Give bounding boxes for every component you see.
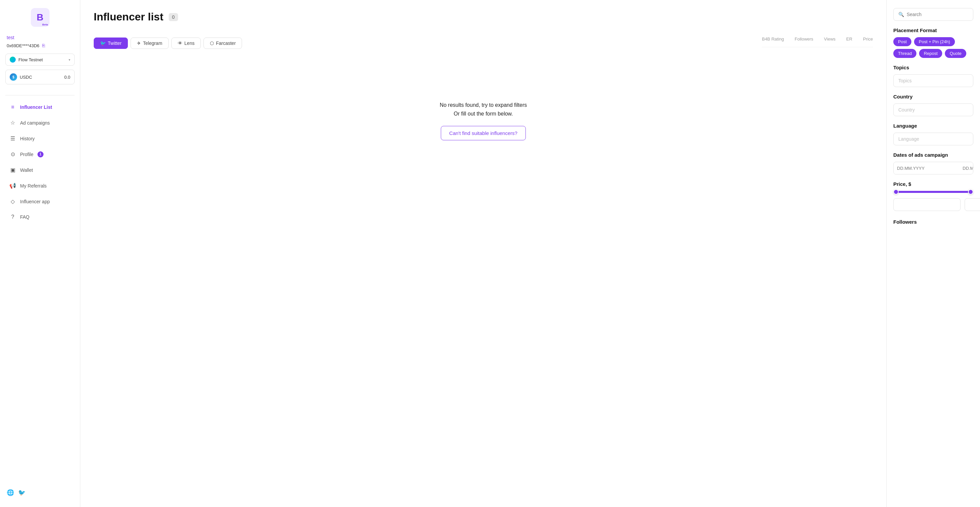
twitter-tab-label: Twitter [108, 40, 121, 46]
chevron-down-icon: ▾ [68, 58, 70, 62]
lens-tab-icon: 👁 [178, 40, 182, 46]
format-btn-post[interactable]: Post [893, 37, 912, 46]
sidebar-item-ad-campaigns[interactable]: ☆ Ad campaigns [5, 116, 75, 129]
format-btn-post-pin[interactable]: Post + Pin (24h) [914, 37, 955, 46]
influencer-list-icon: ≡ [10, 104, 16, 110]
sidebar-item-profile[interactable]: ⊙ Profile 1 [5, 148, 75, 161]
dates-section: Dates of ads campaign 📅 [893, 152, 973, 174]
search-input[interactable] [907, 12, 968, 17]
referrals-icon: 📢 [10, 182, 16, 189]
empty-state: No results found, try to expand filters … [94, 61, 873, 180]
sidebar-bottom: 🌐 🐦 [5, 486, 75, 499]
sidebar-item-label: Ad campaigns [20, 120, 50, 126]
col-price: Price [863, 37, 873, 41]
price-slider-min-thumb[interactable] [893, 189, 899, 195]
usdc-balance: $ USDC 0.0 [5, 70, 75, 84]
topics-title: Topics [893, 65, 973, 70]
format-btn-thread[interactable]: Thread [893, 49, 916, 58]
sidebar-item-history[interactable]: ☰ History [5, 132, 75, 145]
sidebar-item-label: Profile [20, 152, 33, 157]
sidebar-item-faq[interactable]: ? FAQ [5, 210, 75, 223]
date-start-input[interactable] [894, 163, 956, 174]
twitter-tab-icon: 🐦 [100, 40, 106, 46]
logo: B Beta [31, 8, 49, 27]
profile-icon: ⊙ [10, 151, 16, 158]
cant-find-button[interactable]: Can't find suitable influencers? [441, 126, 526, 140]
network-selector[interactable]: Flow Testnet ▾ [5, 54, 75, 65]
sidebar-item-label: FAQ [20, 214, 29, 220]
topics-input[interactable] [893, 74, 973, 87]
country-input[interactable] [893, 104, 973, 116]
price-slider-track [893, 191, 973, 193]
search-container: 🔍 [893, 8, 973, 21]
language-title: Language [893, 123, 973, 129]
count-badge: 0 [169, 13, 178, 21]
address-text: 0x69DE****43D6 [7, 43, 40, 48]
main-content: Influencer list 0 🐦 Twitter ✈ Telegram 👁… [80, 0, 886, 507]
globe-icon[interactable]: 🌐 [7, 489, 14, 496]
sidebar-item-label: My Referrals [20, 183, 46, 188]
platform-tabs: 🐦 Twitter ✈ Telegram 👁 Lens ⬡ Farcaster … [94, 34, 873, 53]
format-btn-quote[interactable]: Quote [945, 49, 966, 58]
sidebar-item-label: Influencer List [20, 104, 52, 110]
empty-text: No results found, try to expand filters … [440, 101, 527, 118]
farcaster-tab-label: Farcaster [216, 40, 235, 46]
influencer-app-icon: ◇ [10, 198, 16, 205]
copy-address-icon[interactable]: ⎘ [42, 43, 45, 48]
sidebar-item-influencer-list[interactable]: ≡ Influencer List [5, 101, 75, 113]
page-header: Influencer list 0 [94, 11, 873, 23]
price-max-input[interactable]: 12 [965, 198, 980, 211]
history-icon: ☰ [10, 135, 16, 142]
sidebar-item-influencer-app[interactable]: ◇ Influencer app [5, 195, 75, 208]
profile-badge: 1 [38, 151, 43, 158]
telegram-tab-icon: ✈ [137, 40, 141, 46]
format-buttons: Post Post + Pin (24h) Thread Repost Quot… [893, 37, 973, 58]
username: test [5, 35, 75, 40]
ad-campaigns-icon: ☆ [10, 120, 16, 126]
right-panel: 🔍 Placement Format Post Post + Pin (24h)… [886, 0, 980, 507]
followers-title: Followers [893, 219, 973, 225]
topics-section: Topics [893, 65, 973, 87]
sidebar-item-wallet[interactable]: ▣ Wallet [5, 163, 75, 177]
price-inputs: 11 12 [893, 198, 973, 211]
network-name: Flow Testnet [18, 57, 43, 62]
wallet-icon: ▣ [10, 167, 16, 173]
date-end-input[interactable] [959, 163, 973, 174]
table-header: B4B Rating Followers Views ER Price [762, 34, 873, 47]
sidebar-divider [5, 95, 75, 96]
price-min-input[interactable]: 11 [893, 198, 961, 211]
placement-format-section: Placement Format Post Post + Pin (24h) T… [893, 27, 973, 58]
empty-line2: Or fill out the form below. [440, 110, 527, 118]
sidebar: B Beta test 0x69DE****43D6 ⎘ Flow Testne… [0, 0, 80, 507]
country-title: Country [893, 94, 973, 99]
logo-beta: Beta [42, 23, 48, 26]
tab-lens[interactable]: 👁 Lens [171, 38, 201, 49]
usdc-icon: $ [10, 73, 17, 81]
sidebar-item-label: Wallet [20, 167, 33, 173]
dates-title: Dates of ads campaign [893, 152, 973, 158]
format-btn-repost[interactable]: Repost [919, 49, 942, 58]
date-range: 📅 [893, 162, 973, 174]
col-b4b-rating: B4B Rating [762, 37, 784, 41]
lens-tab-label: Lens [185, 40, 194, 46]
usdc-symbol: USDC [20, 75, 32, 80]
followers-section: Followers [893, 219, 973, 229]
price-section: Price, $ 11 12 [893, 181, 973, 211]
usdc-amount: 0.0 [64, 75, 70, 80]
twitter-icon[interactable]: 🐦 [18, 489, 25, 496]
tab-telegram[interactable]: ✈ Telegram [130, 38, 169, 49]
language-input[interactable] [893, 132, 973, 145]
price-slider-max-thumb[interactable] [968, 189, 973, 195]
sidebar-item-my-referrals[interactable]: 📢 My Referrals [5, 179, 75, 192]
page-title: Influencer list [94, 11, 163, 23]
tab-farcaster[interactable]: ⬡ Farcaster [204, 38, 242, 49]
logo-container: B Beta [5, 8, 75, 27]
search-icon: 🔍 [898, 12, 904, 17]
col-views: Views [824, 37, 835, 41]
wallet-address: 0x69DE****43D6 ⎘ [5, 43, 75, 48]
placement-format-title: Placement Format [893, 27, 973, 33]
tab-twitter[interactable]: 🐦 Twitter [94, 38, 128, 49]
col-followers: Followers [795, 37, 813, 41]
telegram-tab-label: Telegram [143, 40, 162, 46]
price-title: Price, $ [893, 181, 973, 187]
